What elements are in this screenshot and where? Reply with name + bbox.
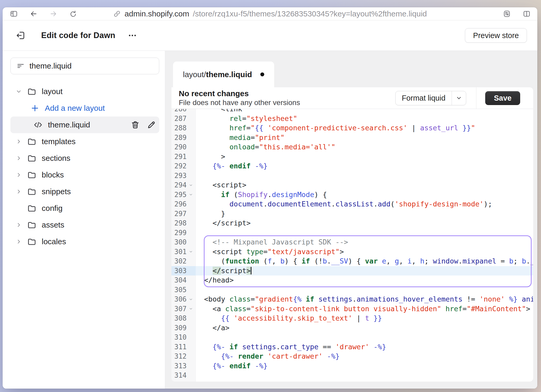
sidebar-item-add-a-new-layout[interactable]: Add a new layout (10, 100, 159, 117)
code-line-311[interactable]: 311 {%- if settings.cart_type == 'drawer… (171, 342, 533, 352)
code-text: {{ 'accessibility.skip_to_text' | t }} (196, 314, 533, 323)
code-line-295[interactable]: 295 if (Shopify.designMode) { (171, 190, 533, 200)
code-line-292[interactable]: 292 {%- endif -%} (171, 161, 533, 171)
header-divider (476, 87, 476, 109)
file-search-input[interactable]: theme.liquid (10, 58, 159, 74)
url-path: /store/rzq1xu-f5/themes/132683530345?key… (193, 9, 427, 18)
code-line-306[interactable]: 306<body class="gradient{% if settings.a… (171, 295, 533, 304)
code-line-305[interactable]: 305 (171, 285, 533, 295)
code-line-290[interactable]: 290 onload="this.media='all'" (171, 142, 533, 152)
gutter: 305 (171, 285, 196, 295)
code-editor[interactable]: 286 <link287 rel="stylesheet"288 href="{… (171, 109, 533, 382)
fold-chevron-icon[interactable] (187, 307, 195, 311)
fold-chevron-icon[interactable] (187, 192, 195, 197)
code-text: document.documentElement.classList.add('… (196, 199, 533, 209)
code-line-291[interactable]: 291 > (171, 152, 533, 162)
gutter: 310 (171, 333, 196, 342)
code-text: href="{{ 'component-predictive-search.cs… (196, 123, 533, 133)
reload-icon[interactable] (69, 9, 78, 18)
line-number: 303 (171, 267, 187, 275)
chevron-right-icon[interactable] (14, 188, 23, 195)
split-view-icon[interactable] (522, 9, 531, 18)
page-settings-icon[interactable] (502, 9, 511, 18)
code-text: {%- if settings.cart_type == 'drawer' -%… (196, 342, 533, 352)
code-line-308[interactable]: 308 {{ 'accessibility.skip_to_text' | t … (171, 314, 533, 323)
sidebar-item-sections[interactable]: sections (10, 150, 159, 167)
sidebar-item-theme-liquid[interactable]: theme.liquid (10, 117, 159, 133)
sidebar-item-assets[interactable]: assets (10, 217, 159, 233)
sidebar-item-config[interactable]: config (10, 200, 159, 217)
line-number: 286 (171, 109, 187, 113)
sidebar-item-blocks[interactable]: blocks (10, 167, 159, 183)
more-actions-icon[interactable] (128, 31, 137, 40)
sidebar-toggle-icon[interactable] (9, 9, 18, 18)
code-line-301[interactable]: 301 <script type="text/javascript"> (171, 247, 533, 257)
gutter: 289 (171, 133, 196, 143)
code-line-313[interactable]: 313 {%- endif -%} (171, 361, 533, 371)
sidebar-item-label: assets (42, 220, 64, 229)
chevron-right-icon[interactable] (14, 222, 23, 228)
code-line-299[interactable]: 299 (171, 228, 533, 238)
gutter: 309 (171, 323, 196, 333)
sidebar-item-label: config (42, 204, 63, 213)
line-number: 308 (171, 314, 187, 322)
format-liquid-button[interactable]: Format liquid (396, 91, 452, 105)
file-tree: layoutAdd a new layouttheme.liquidtempla… (10, 83, 159, 250)
sidebar-item-snippets[interactable]: snippets (10, 183, 159, 200)
code-line-310[interactable]: 310 (171, 333, 533, 342)
sidebar-item-layout[interactable]: layout (10, 83, 159, 100)
code-line-304[interactable]: 304</head> (171, 275, 533, 285)
line-number: 310 (171, 333, 187, 341)
code-line-294[interactable]: 294 <script> (171, 180, 533, 190)
code-text: </script> (196, 218, 533, 228)
code-text: rel="stylesheet" (196, 114, 533, 124)
chevron-right-icon[interactable] (14, 138, 23, 145)
code-line-298[interactable]: 298 </script> (171, 218, 533, 228)
code-line-314[interactable]: 314 (171, 371, 533, 380)
address-bar[interactable]: admin.shopify.com/store/rzq1xu-f5/themes… (113, 7, 427, 20)
exit-editor-icon[interactable] (15, 29, 27, 41)
chevron-down-icon[interactable] (14, 88, 23, 95)
chevron-right-icon[interactable] (14, 172, 23, 178)
sidebar-item-locales[interactable]: locales (10, 233, 159, 250)
pencil-icon[interactable] (147, 120, 156, 130)
chevron-right-icon[interactable] (14, 238, 23, 245)
back-icon[interactable] (29, 9, 38, 18)
code-line-289[interactable]: 289 media="print" (171, 133, 533, 143)
code-line-286[interactable]: 286 <link (171, 109, 533, 114)
line-number: 305 (171, 286, 187, 294)
code-line-293[interactable]: 293 (171, 171, 533, 181)
fold-chevron-icon[interactable] (187, 249, 195, 254)
code-line-303[interactable]: 303 </script> (171, 266, 533, 276)
sidebar-item-label: blocks (42, 170, 64, 179)
folder-icon (27, 220, 37, 230)
code-line-312[interactable]: 312 {%- render 'cart-drawer' -%} (171, 352, 533, 361)
sidebar-item-templates[interactable]: templates (10, 133, 159, 150)
fold-chevron-icon[interactable] (187, 297, 195, 302)
code-line-315[interactable]: 315 {% sections 'header-group' %} (171, 380, 533, 382)
editor-card: No recent changes File does not have any… (171, 87, 533, 382)
forward-icon[interactable] (49, 9, 58, 18)
format-liquid-split-button: Format liquid (395, 91, 466, 105)
code-line-287[interactable]: 287 rel="stylesheet" (171, 114, 533, 124)
gutter: 311 (171, 342, 196, 352)
chevron-right-icon[interactable] (14, 155, 23, 162)
line-number: 301 (171, 248, 187, 256)
code-line-296[interactable]: 296 document.documentElement.classList.a… (171, 199, 533, 209)
preview-store-button[interactable]: Preview store (465, 28, 527, 43)
code-line-309[interactable]: 309 </a> (171, 323, 533, 333)
code-line-288[interactable]: 288 href="{{ 'component-predictive-searc… (171, 123, 533, 133)
code-line-297[interactable]: 297 } (171, 209, 533, 219)
line-number: 293 (171, 172, 187, 180)
code-line-300[interactable]: 300 <!-- Mixpanel Javascript SDK --> (171, 237, 533, 247)
fold-chevron-icon[interactable] (187, 183, 195, 187)
code-text: <link (196, 109, 533, 114)
code-line-307[interactable]: 307 <a class="skip-to-content-link butto… (171, 304, 533, 314)
format-liquid-dropdown[interactable] (452, 91, 466, 105)
sidebar-item-label: Add a new layout (45, 104, 105, 113)
gutter: 303 (171, 266, 196, 276)
save-button[interactable]: Save (485, 91, 520, 105)
code-line-302[interactable]: 302 (function (f, b) { if (!b.__SV) { va… (171, 256, 533, 266)
tab-theme-liquid[interactable]: layout/theme.liquid (173, 62, 274, 87)
trash-icon[interactable] (131, 120, 140, 130)
